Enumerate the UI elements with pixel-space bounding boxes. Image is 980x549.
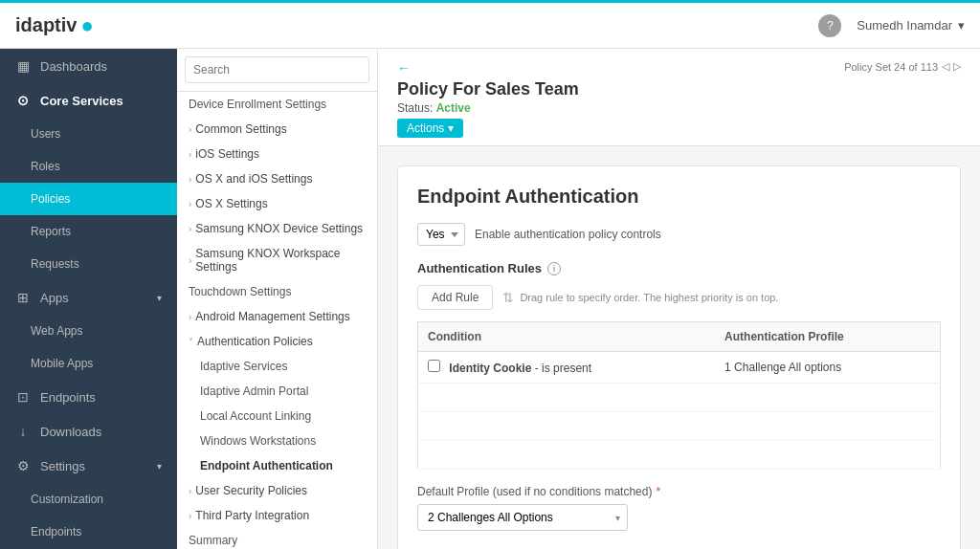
tree-chevron-auth: ˅ (189, 337, 193, 347)
sidebar-label-core-services: Core Services (40, 94, 123, 108)
tree-item-windows-workstations[interactable]: Windows Workstations (177, 428, 377, 453)
sidebar-item-downloads[interactable]: ↓ Downloads (0, 414, 177, 449)
settings-chevron: ▾ (157, 461, 162, 472)
tree-chevron-ios: › (189, 149, 191, 160)
tree-item-samsung-knox-workspace[interactable]: › Samsung KNOX Workspace Settings (177, 241, 377, 279)
endpoints-icon: ⊡ (15, 389, 31, 405)
profile-select[interactable]: 2 Challenges All Options (417, 504, 628, 531)
sidebar-item-apps[interactable]: ⊞ Apps ▾ (0, 280, 177, 315)
table-header-auth-profile: Authentication Profile (715, 322, 940, 352)
enable-auth-row: Yes Enable authentication policy control… (417, 223, 941, 246)
sidebar-label-dashboards: Dashboards (40, 59, 107, 74)
auth-rules-header: Authentication Rules i (417, 261, 941, 275)
app-logo: idaptiv● (15, 13, 94, 38)
drag-icon: ⇅ (502, 290, 514, 305)
tree-item-device-enrollment[interactable]: Device Enrollment Settings (177, 92, 377, 117)
auth-rules-label: Authentication Rules (417, 261, 542, 275)
dashboards-icon: ▦ (15, 58, 31, 74)
tree-panel: Device Enrollment Settings › Common Sett… (177, 49, 378, 549)
tree-chevron-common: › (189, 124, 191, 135)
tree-label-idaptive-admin: Idaptive Admin Portal (200, 384, 308, 398)
sidebar-item-dashboards[interactable]: ▦ Dashboards (0, 49, 177, 83)
apps-icon: ⊞ (15, 290, 31, 305)
sidebar-item-web-apps[interactable]: Web Apps (0, 315, 177, 347)
sidebar-item-endpoints-sub[interactable]: Endpoints (0, 516, 177, 548)
tree-label-auth-policies: Authentication Policies (197, 335, 313, 348)
back-arrow[interactable]: ← (397, 60, 411, 76)
tree-label-user-security: User Security Policies (195, 484, 307, 497)
content-body: Endpoint Authentication Yes Enable authe… (378, 146, 980, 549)
sidebar-item-users[interactable]: Users (0, 118, 177, 150)
tree-chevron-samsung-device: › (189, 224, 191, 234)
downloads-icon: ↓ (15, 424, 31, 439)
rule-checkbox[interactable] (428, 360, 440, 372)
add-rule-button[interactable]: Add Rule (417, 285, 493, 310)
sidebar-label-endpoints-sub: Endpoints (31, 525, 81, 538)
sidebar-item-policies[interactable]: Policies (0, 183, 177, 215)
top-navigation: idaptiv● ? Sumedh Inamdar ▾ (0, 3, 980, 49)
sidebar-item-core-services[interactable]: ⊙ Core Services (0, 83, 177, 118)
drag-hint-text: Drag rule to specify order. The highest … (520, 292, 778, 303)
sidebar-item-mobile-apps[interactable]: Mobile Apps (0, 347, 177, 380)
tree-label-samsung-workspace: Samsung KNOX Workspace Settings (195, 247, 366, 274)
policy-nav-next[interactable]: ▷ (953, 60, 961, 73)
tree-item-user-security[interactable]: › User Security Policies (177, 478, 377, 503)
sidebar-item-requests[interactable]: Requests (0, 248, 177, 280)
sidebar-item-customization[interactable]: Customization (0, 483, 177, 516)
tree-item-android-mgmt[interactable]: › Android Management Settings (177, 304, 377, 329)
tree-label-summary: Summary (189, 534, 237, 547)
tree-item-ios-settings[interactable]: › iOS Settings (177, 142, 377, 166)
add-rule-row: Add Rule ⇅ Drag rule to specify order. T… (417, 285, 941, 310)
tree-item-idaptive-admin[interactable]: Idaptive Admin Portal (177, 379, 377, 404)
sidebar-label-roles: Roles (31, 160, 60, 173)
table-empty-row-2 (418, 412, 941, 441)
sidebar-label-users: Users (31, 127, 60, 141)
auth-rules-info-icon[interactable]: i (547, 262, 561, 275)
sidebar-label-reports: Reports (31, 225, 71, 238)
default-profile-section: Default Profile (used if no conditions m… (417, 485, 941, 531)
drag-hint: ⇅ Drag rule to specify order. The highes… (502, 290, 778, 305)
actions-button[interactable]: Actions ▾ (397, 119, 463, 138)
tree-item-third-party[interactable]: › Third Party Integration (177, 503, 377, 528)
yes-select[interactable]: Yes (417, 223, 465, 246)
user-menu[interactable]: Sumedh Inamdar ▾ (857, 18, 965, 33)
default-profile-label: Default Profile (used if no conditions m… (417, 485, 941, 498)
tree-item-local-account[interactable]: Local Account Linking (177, 404, 377, 428)
tree-item-osx-ios[interactable]: › OS X and iOS Settings (177, 166, 377, 191)
tree-label-ios-settings: iOS Settings (195, 147, 259, 161)
sidebar-item-roles[interactable]: Roles (0, 150, 177, 183)
main-layout: ▦ Dashboards ⊙ Core Services Users Roles… (0, 49, 980, 549)
tree-item-osx[interactable]: › OS X Settings (177, 191, 377, 216)
required-star: * (656, 485, 660, 498)
sidebar-label-web-apps: Web Apps (31, 324, 82, 338)
tree-chevron-third-party: › (189, 511, 191, 521)
tree-item-samsung-knox-device[interactable]: › Samsung KNOX Device Settings (177, 216, 377, 241)
tree-item-auth-policies[interactable]: ˅ Authentication Policies (177, 329, 377, 354)
user-name: Sumedh Inamdar (857, 18, 952, 33)
section-title: Endpoint Authentication (417, 186, 941, 208)
sidebar-label-settings: Settings (40, 459, 85, 473)
main-content: ← Policy Set 24 of 113 ◁ ▷ Policy For Sa… (378, 49, 980, 549)
sidebar-item-settings[interactable]: ⚙ Settings ▾ (0, 449, 177, 483)
default-profile-label-text: Default Profile (used if no conditions m… (417, 485, 652, 498)
tree-item-summary[interactable]: Summary (177, 528, 377, 549)
sidebar-item-reports[interactable]: Reports (0, 215, 177, 248)
tree-label-samsung-device: Samsung KNOX Device Settings (195, 222, 363, 235)
tree-item-common-settings[interactable]: › Common Settings (177, 117, 377, 142)
policy-nav-prev[interactable]: ◁ (942, 60, 949, 73)
tree-item-touchdown[interactable]: Touchdown Settings (177, 279, 377, 304)
policy-set-label: Policy Set 24 of 113 (844, 61, 938, 73)
tree-label-device-enrollment: Device Enrollment Settings (189, 98, 326, 111)
sidebar-item-endpoints[interactable]: ⊡ Endpoints (0, 380, 177, 414)
help-icon[interactable]: ? (818, 14, 841, 37)
tree-label-third-party: Third Party Integration (195, 509, 309, 522)
logo-text: idaptiv (15, 14, 77, 36)
page-header: ← Policy Set 24 of 113 ◁ ▷ Policy For Sa… (378, 49, 980, 146)
search-input[interactable] (185, 56, 369, 83)
condition-op: - is present (535, 362, 591, 375)
table-row: Identity Cookie - is present 1 Challenge… (418, 352, 941, 384)
sidebar: ▦ Dashboards ⊙ Core Services Users Roles… (0, 49, 177, 549)
tree-item-endpoint-auth[interactable]: Endpoint Authentication (177, 453, 377, 478)
policy-set-nav: Policy Set 24 of 113 ◁ ▷ (844, 60, 961, 73)
tree-item-idaptive-services[interactable]: Idaptive Services (177, 354, 377, 379)
